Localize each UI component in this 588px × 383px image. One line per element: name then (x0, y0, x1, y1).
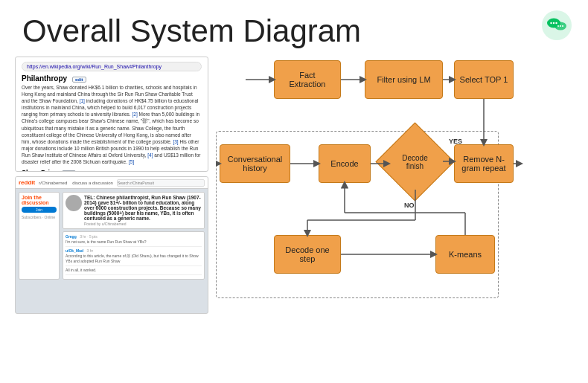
reddit-post: TEL: Chinese philanthropist, Run Run Sha… (63, 192, 205, 229)
reddit-topbar: reddit r/Chinaberned discuss a discussio… (16, 177, 208, 189)
reddit-sidebar: Join the discussion Join Subscribers · O… (19, 192, 60, 280)
svg-point-8 (562, 25, 563, 27)
reddit-comment-2: u/Ok_Mud 3 hr According to this article,… (65, 248, 202, 266)
reddit-comments: Gregg 3 hr · 5 pts I'm not sure, is the … (63, 231, 205, 280)
fc-fact-extraction: Fact Extraction (274, 60, 341, 99)
svg-point-3 (550, 22, 552, 24)
fc-decode-one: Decode one step (274, 235, 341, 274)
svg-point-4 (553, 22, 555, 24)
page-title: Overall System Diagram (0, 0, 588, 57)
reddit-post-avatar (65, 195, 82, 211)
wiki-body: Over the years, Shaw donated HK$6.1 bill… (22, 84, 202, 165)
wechat-icon (540, 9, 573, 42)
wiki-url-bar[interactable]: https://en.wikipedia.org/wiki/Run_Run_Sh… (22, 62, 202, 71)
fc-no-label: NO (404, 202, 415, 209)
reddit-join-button[interactable]: Join (22, 207, 57, 213)
fc-yes-label: YES (449, 138, 462, 145)
reddit-main: TEL: Chinese philanthropist, Run Run Sha… (63, 192, 205, 280)
reddit-body: Join the discussion Join Subscribers · O… (16, 189, 208, 283)
flowchart-area: Fact Extraction Filter using LM Select T… (216, 57, 573, 324)
reddit-sidebar-title: Join the discussion (22, 195, 57, 205)
fc-filter-lm: Filter using LM (365, 60, 443, 99)
reddit-panel: reddit r/Chinaberned discuss a discussio… (15, 176, 208, 314)
fc-encode: Encode (319, 144, 371, 183)
svg-point-6 (557, 25, 559, 27)
wikipedia-panel: https://en.wikipedia.org/wiki/Run_Run_Sh… (15, 57, 208, 172)
fc-remove-ngram: Remove N- gram repeat (454, 144, 514, 183)
fc-decode-finish-container: Decode finish (387, 134, 443, 190)
reddit-comment-3: All in all, it worked. (65, 268, 202, 275)
fc-select-top1: Select TOP 1 (454, 60, 514, 99)
fc-decode-finish-label: Decode finish (402, 154, 427, 170)
svg-point-5 (555, 22, 557, 24)
left-panels: https://en.wikipedia.org/wiki/Run_Run_Sh… (15, 57, 208, 324)
wiki-subtitle: Shaw Prize edit (22, 169, 202, 172)
reddit-nav-chinaberned[interactable]: r/Chinaberned (37, 181, 68, 185)
content-area: https://en.wikipedia.org/wiki/Run_Run_Sh… (0, 57, 588, 324)
svg-point-7 (560, 25, 561, 27)
reddit-search-input[interactable] (117, 179, 205, 187)
wiki-edit-button-2[interactable]: edit (62, 170, 76, 172)
fc-kmeans: K-means (435, 235, 495, 274)
reddit-logo: reddit (19, 179, 35, 186)
reddit-nav-discuss[interactable]: discuss a discussion (71, 181, 115, 185)
reddit-comment-1: Gregg 3 hr · 5 pts I'm not sure, is the … (65, 234, 202, 247)
wiki-section-title: Philanthropy edit (22, 74, 202, 83)
fc-conv-history: Conversational history (220, 144, 290, 183)
reddit-post-title: TEL: Chinese philanthropist, Run Run Sha… (84, 195, 202, 221)
reddit-post-meta: Posted by u/Chinaberned (84, 222, 202, 226)
wiki-edit-button[interactable]: edit (72, 77, 86, 83)
